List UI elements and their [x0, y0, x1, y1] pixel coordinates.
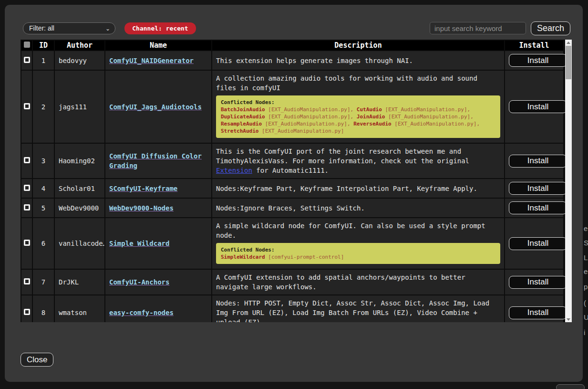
- install-button[interactable]: Install: [509, 306, 565, 319]
- conflict-node-name: ResampleAudio: [221, 121, 262, 127]
- nodes-table: ID Author Name Description Install 1bedo…: [21, 40, 564, 322]
- scrollbar-thumb[interactable]: [566, 46, 571, 79]
- description-link[interactable]: Extension: [216, 167, 252, 174]
- cell-name: ComfyUI_NAIDGenerator: [105, 51, 211, 70]
- install-button[interactable]: Install: [509, 100, 565, 113]
- row-checkbox[interactable]: [24, 57, 30, 63]
- cell-author: jags111: [55, 71, 104, 143]
- scrollbar-down-arrow-icon[interactable]: [565, 316, 572, 322]
- cell-select: [21, 71, 32, 143]
- conflict-node-source: [EXT_AudioManipulation.py],: [385, 114, 473, 120]
- background-text-fragment: p: [584, 283, 588, 291]
- cell-id: 4: [33, 179, 54, 198]
- row-checkbox[interactable]: [24, 309, 30, 315]
- cell-description: This is the ComfyUI port of the joint re…: [212, 144, 504, 178]
- conflict-box: Conflicted Nodes:SimpleWildcard [comfyui…: [216, 243, 500, 264]
- cell-select: [21, 179, 32, 198]
- cell-id: 1: [33, 51, 54, 70]
- cell-install: Install: [505, 218, 563, 269]
- cell-name: Simple Wildcard: [105, 218, 211, 269]
- row-checkbox[interactable]: [24, 157, 30, 163]
- conflict-node-name: CutAudio: [357, 106, 382, 113]
- conflict-node-source: [EXT_AudioManipulation.py],: [262, 121, 353, 127]
- header-author: Author: [55, 41, 104, 50]
- filter-dropdown[interactable]: Filter: all ⌄: [23, 22, 115, 34]
- select-all-checkbox[interactable]: [24, 42, 30, 48]
- close-button[interactable]: Close: [21, 353, 53, 367]
- conflict-node-source: [comfyui-prompt-control]: [265, 254, 344, 260]
- cell-install: Install: [505, 199, 563, 217]
- cell-author: bedovyy: [55, 51, 104, 70]
- install-button[interactable]: Install: [509, 54, 565, 67]
- row-checkbox[interactable]: [24, 103, 30, 109]
- conflict-node-source: [EXT_AudioManipulation.py]: [258, 128, 344, 134]
- install-button[interactable]: Install: [509, 155, 565, 168]
- cell-description: Nodes:Keyframe Part, Keyframe Interpolat…: [212, 179, 504, 198]
- conflict-node-name: SimpleWildcard: [221, 254, 265, 260]
- conflict-node-source: [EXT_AudioManipulation.py],: [265, 106, 357, 113]
- cell-id: 7: [33, 270, 54, 294]
- extension-name-link[interactable]: ComfyUI_NAIDGenerator: [109, 57, 194, 64]
- header-id: ID: [33, 41, 54, 50]
- toolbar: Filter: all ⌄ Channel: recent Search: [23, 21, 570, 35]
- background-button-fragment: [556, 384, 585, 389]
- cell-name: easy-comfy-nodes: [105, 295, 211, 322]
- cell-select: [21, 144, 32, 178]
- cell-select: [21, 199, 32, 217]
- install-button[interactable]: Install: [509, 276, 565, 289]
- cell-name: ComfyUI Diffusion Color Grading: [105, 144, 211, 178]
- row-checkbox[interactable]: [24, 278, 30, 284]
- cell-install: Install: [505, 270, 563, 294]
- extension-name-link[interactable]: easy-comfy-nodes: [109, 309, 174, 316]
- conflict-node-name: ReverseAudio: [353, 121, 391, 127]
- cell-description: A collection amazing audio tools for wor…: [212, 71, 504, 143]
- row-checkbox[interactable]: [24, 204, 30, 210]
- conflict-node-name: BatchJoinAudio: [221, 106, 265, 113]
- install-button[interactable]: Install: [509, 237, 565, 250]
- cell-author: DrJKL: [55, 270, 104, 294]
- install-button[interactable]: Install: [509, 182, 565, 195]
- cell-name: ComfyUI-Anchors: [105, 270, 211, 294]
- install-button[interactable]: Install: [509, 201, 565, 214]
- search-button[interactable]: Search: [531, 21, 570, 35]
- channel-badge[interactable]: Channel: recent: [124, 22, 196, 34]
- table-row: 4Scholar01SComfyUI-KeyframeNodes:Keyfram…: [21, 179, 563, 198]
- cell-id: 6: [33, 218, 54, 269]
- search-input[interactable]: [430, 22, 526, 34]
- cell-author: Haoming02: [55, 144, 104, 178]
- extension-name-link[interactable]: SComfyUI-Keyframe: [109, 185, 177, 192]
- scrollbar-up-arrow-icon[interactable]: [565, 40, 572, 45]
- cell-description: Nodes:Ignore Braces, Settings Switch.: [212, 199, 504, 217]
- cell-id: 8: [33, 295, 54, 322]
- extension-name-link[interactable]: ComfyUI-Anchors: [109, 278, 169, 286]
- cell-description: Nodes: HTTP POST, Empty Dict, Assoc Str,…: [212, 295, 504, 322]
- cell-select: [21, 51, 32, 70]
- extension-name-link[interactable]: ComfyUI Diffusion Color Grading: [109, 152, 202, 169]
- conflict-box: Conflicted Nodes:BatchJoinAudio [EXT_Aud…: [216, 95, 500, 138]
- cell-install: Install: [505, 144, 563, 178]
- cell-select: [21, 218, 32, 269]
- cell-install: Install: [505, 51, 563, 70]
- background-text-fragment: e: [584, 224, 588, 232]
- table-row: 2jags111ComfyUI_Jags_AudiotoolsA collect…: [21, 71, 563, 143]
- background-text-fragment: U: [584, 313, 588, 321]
- cell-select: [21, 295, 32, 322]
- row-checkbox[interactable]: [24, 240, 30, 246]
- table-header-row: ID Author Name Description Install: [21, 41, 563, 50]
- header-install: Install: [505, 41, 563, 50]
- cell-author: Scholar01: [55, 179, 104, 198]
- nodes-table-zone: ID Author Name Description Install 1bedo…: [21, 40, 572, 322]
- cell-author: wmatson: [55, 295, 104, 322]
- row-checkbox[interactable]: [24, 185, 30, 191]
- cell-name: WebDev9000-Nodes: [105, 199, 211, 217]
- table-scrollbar[interactable]: [565, 40, 572, 322]
- filter-dropdown-value: Filter: all: [29, 24, 54, 32]
- table-row: 6vanillacode…Simple WildcardA simple wil…: [21, 218, 563, 269]
- conflict-title: Conflicted Nodes:: [221, 99, 495, 106]
- background-text-fragment: L: [584, 253, 588, 262]
- extension-name-link[interactable]: Simple Wildcard: [109, 240, 169, 247]
- background-text-fragment: i: [584, 328, 588, 336]
- extension-name-link[interactable]: ComfyUI_Jags_Audiotools: [109, 103, 202, 111]
- extension-name-link[interactable]: WebDev9000-Nodes: [109, 204, 174, 212]
- cell-name: ComfyUI_Jags_Audiotools: [105, 71, 211, 143]
